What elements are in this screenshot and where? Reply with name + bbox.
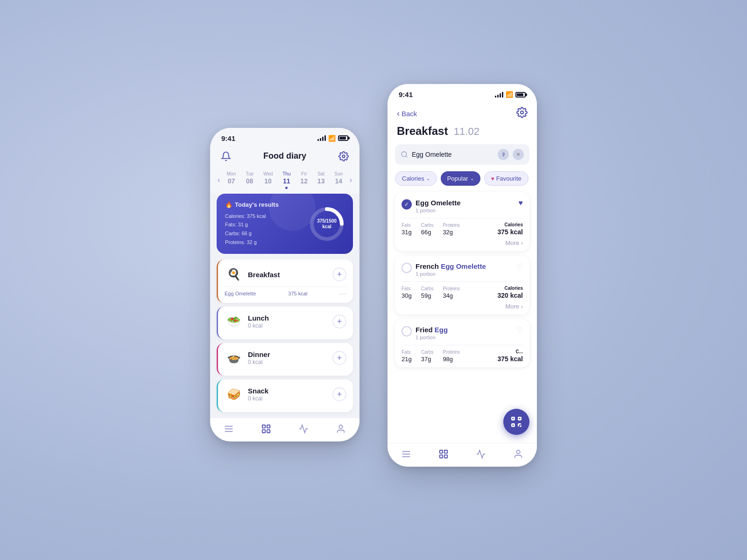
- fried-egg-name: Fried Egg: [416, 326, 516, 334]
- cal-day-fri[interactable]: Fri 12: [300, 171, 308, 189]
- food-diary-header: Food diary: [210, 146, 359, 168]
- nav-stats[interactable]: [298, 424, 309, 434]
- bottom-nav-1: [210, 418, 359, 441]
- french-carbs-col: Carbs 59g: [421, 286, 434, 299]
- svg-rect-7: [267, 425, 270, 428]
- nav-menu[interactable]: [224, 424, 234, 434]
- svg-rect-27: [444, 455, 447, 458]
- detail-title-row: Breakfast 11.02: [388, 123, 537, 144]
- meal-list: 🍳 Breakfast + Egg Omelette 375 kcal ··· …: [210, 259, 359, 412]
- cal-day-mon[interactable]: Mon 07: [227, 171, 236, 189]
- status-icons-1: 📶: [317, 135, 348, 142]
- fried-egg-name-wrap: Fried Egg 1 portion: [416, 326, 516, 340]
- nav2-menu[interactable]: [401, 449, 411, 459]
- lunch-info: Lunch 0 kcal: [248, 314, 332, 329]
- nav-profile[interactable]: [336, 424, 346, 434]
- egg-omelette-more[interactable]: More ›: [505, 239, 523, 246]
- back-chevron-icon: ‹: [397, 109, 400, 119]
- french-calories-col: Calories 320 kcal: [498, 286, 523, 299]
- carbs-stat: Carbs: 66 g: [225, 229, 308, 238]
- breakfast-item-dots[interactable]: ···: [339, 290, 346, 297]
- food-check-fried[interactable]: [402, 326, 412, 336]
- calendar-prev[interactable]: ‹: [216, 176, 222, 184]
- filter-calories[interactable]: Calories ⌄: [395, 171, 437, 186]
- meal-card-breakfast: 🍳 Breakfast + Egg Omelette 375 kcal ···: [217, 259, 353, 303]
- fried-egg-portion: 1 portion: [416, 335, 516, 340]
- phone-breakfast-detail: 9:41 📶 ‹ Back: [388, 84, 537, 467]
- svg-rect-26: [440, 455, 443, 458]
- clear-icon[interactable]: ✕: [513, 149, 524, 160]
- detail-meal-title: Breakfast: [397, 125, 448, 137]
- food-check-egg-omelette[interactable]: ✓: [402, 199, 412, 210]
- breakfast-icon: 🍳: [225, 265, 243, 284]
- svg-rect-6: [262, 425, 265, 428]
- active-day-dot: [285, 187, 288, 189]
- egg-omelette-portion: 1 portion: [416, 208, 519, 213]
- wifi-icon: 📶: [328, 135, 336, 142]
- snack-add-button[interactable]: +: [332, 387, 346, 401]
- fried-fats-col: Fats 21g: [402, 350, 412, 363]
- food-card-egg-omelette: ✓ Egg Omelette 1 portion ♥ Fats 31g Carb…: [395, 192, 529, 251]
- proteins-col: Proteins 32g: [443, 223, 460, 236]
- dinner-info: Dinner 0 kcal: [248, 350, 332, 365]
- egg-omelette-name: Egg Omelette: [416, 199, 519, 207]
- breakfast-item-name: Egg Omelette: [225, 291, 256, 296]
- mic-icon[interactable]: 🎙: [498, 149, 509, 160]
- breakfast-name: Breakfast: [248, 271, 332, 279]
- back-button[interactable]: ‹ Back: [397, 109, 417, 119]
- results-text: 🔥 Today's results Calories: 375 kcal Fat…: [225, 201, 308, 247]
- meal-card-lunch: 🥗 Lunch 0 kcal +: [217, 307, 353, 339]
- nav2-stats[interactable]: [476, 449, 486, 459]
- nav-diary[interactable]: [261, 424, 271, 434]
- svg-rect-14: [512, 417, 514, 420]
- fried-egg-heart[interactable]: ♡: [516, 326, 523, 335]
- calendar-next[interactable]: ›: [348, 176, 354, 184]
- nav2-diary[interactable]: [438, 449, 449, 459]
- cal-day-sat[interactable]: Sat 13: [317, 171, 325, 189]
- food-check-french[interactable]: [402, 263, 412, 273]
- scan-button[interactable]: [503, 409, 529, 435]
- egg-omelette-heart[interactable]: ♥: [519, 199, 523, 207]
- meal-card-snack-header: 🥪 Snack 0 kcal +: [225, 385, 346, 404]
- cal-day-thu[interactable]: Thu 11: [282, 171, 290, 189]
- search-input[interactable]: [412, 151, 494, 158]
- french-omelette-heart[interactable]: ♡: [516, 262, 523, 271]
- breakfast-add-button[interactable]: +: [332, 267, 346, 281]
- bell-icon[interactable]: [219, 150, 233, 163]
- svg-point-11: [521, 111, 523, 114]
- detail-settings-icon[interactable]: [516, 107, 528, 120]
- egg-omelette-macros: Fats 31g Carbs 66g Proteins 32g Calories…: [402, 222, 523, 236]
- lunch-add-button[interactable]: +: [332, 315, 346, 329]
- status-icons-2: 📶: [495, 91, 526, 98]
- snack-kcal: 0 kcal: [248, 395, 332, 402]
- settings-icon-1[interactable]: [337, 150, 350, 163]
- dinner-name: Dinner: [248, 350, 332, 358]
- dinner-add-button[interactable]: +: [332, 351, 346, 365]
- bottom-nav-2: [388, 443, 537, 467]
- calendar-days: Mon 07 Tue 08 Wed 10 Thu 11 Fri: [222, 171, 347, 189]
- status-bar-2: 9:41 📶: [388, 84, 537, 102]
- food-results: ✓ Egg Omelette 1 portion ♥ Fats 31g Carb…: [388, 192, 537, 367]
- cal-day-tue[interactable]: Tue 08: [246, 171, 254, 189]
- french-more[interactable]: More ›: [505, 303, 523, 310]
- svg-point-28: [516, 450, 520, 454]
- food-card-fried-header: Fried Egg 1 portion ♡: [402, 326, 523, 340]
- signal-icon: [317, 135, 326, 141]
- filter-favourite[interactable]: ♥ Favourite: [484, 171, 529, 186]
- nav2-profile[interactable]: [513, 449, 523, 459]
- cal-day-sun[interactable]: Sun 14: [334, 171, 343, 189]
- breakfast-item-row: Egg Omelette 375 kcal ···: [225, 287, 346, 297]
- french-proteins-col: Proteins 34g: [443, 286, 460, 299]
- search-bar[interactable]: 🎙 ✕: [395, 144, 529, 165]
- french-omelette-portion: 1 portion: [416, 271, 516, 277]
- dinner-kcal: 0 kcal: [248, 359, 332, 365]
- food-card-french-header: French Egg Omelette 1 portion ♡: [402, 262, 523, 277]
- svg-line-13: [406, 156, 407, 157]
- french-omelette-macros: Fats 30g Carbs 59g Proteins 34g Calories…: [402, 286, 523, 299]
- results-card: 🔥 Today's results Calories: 375 kcal Fat…: [217, 194, 353, 254]
- flame-icon: 🔥: [225, 201, 233, 208]
- lunch-icon: 🥗: [225, 312, 243, 331]
- svg-rect-24: [440, 450, 443, 453]
- cal-day-wed[interactable]: Wed 10: [263, 171, 273, 189]
- filter-popular[interactable]: Popular ⌄: [441, 171, 480, 186]
